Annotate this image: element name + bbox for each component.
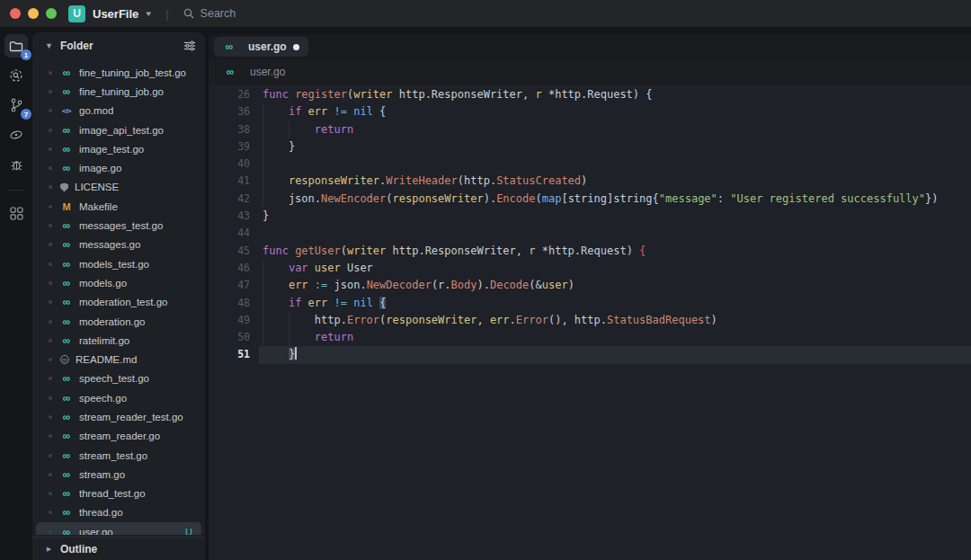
file-row[interactable]: ∞thread_test.go [36,484,201,503]
code-line[interactable]: 48 if err != nil { [209,295,971,312]
code-token: nil [353,297,373,309]
code-line[interactable]: 43} [209,208,971,225]
indent-guide [263,295,263,312]
code-token: map [542,192,562,205]
line-content[interactable]: if err != nil { [263,103,971,120]
line-number[interactable]: 49 [209,312,250,329]
code-line[interactable]: 26func register(writer http.ResponseWrit… [209,86,971,103]
line-content[interactable]: json.NewEncoder(responseWriter).Encode(m… [263,191,971,208]
code-editor[interactable]: 26func register(writer http.ResponseWrit… [209,84,971,560]
line-number[interactable]: 44 [209,225,250,242]
line-number[interactable]: 26 [209,86,250,103]
file-row[interactable]: ∞moderation.go [36,312,201,331]
line-content[interactable]: err := json.NewDecoder(r.Body).Decode(&u… [263,277,971,294]
line-number[interactable]: 41 [209,173,250,190]
global-search[interactable]: Search [183,7,236,20]
line-content[interactable]: } [263,138,971,156]
file-row[interactable]: ∞thread.go [36,503,201,522]
code-line[interactable]: 45func getUser(writer http.ResponseWrite… [209,243,971,260]
debug-panel-button[interactable] [4,153,28,176]
code-line[interactable]: 39 } [209,138,971,156]
file-row[interactable]: ∞moderation_test.go [36,293,201,312]
file-row[interactable]: ∞image_api_test.go [36,120,201,139]
file-row[interactable]: ∞user.goU [36,522,201,535]
line-content[interactable]: } [259,346,971,363]
modified-dot-icon[interactable] [293,44,299,50]
line-number[interactable]: 50 [209,329,250,346]
line-number[interactable]: 48 [209,295,250,312]
file-row[interactable]: ∞speech.go [36,388,201,407]
line-content[interactable]: http.Error(responseWriter, err.Error(), … [263,312,971,329]
line-number[interactable]: 47 [209,277,250,294]
line-number[interactable]: 38 [209,121,250,138]
file-row[interactable]: ∞stream_test.go [36,446,201,465]
close-window-button[interactable] [10,8,21,19]
code-line[interactable]: 42 json.NewEncoder(responseWriter).Encod… [209,191,971,208]
file-row[interactable]: ∞fine_tuning_job.go [36,82,201,101]
extensions-panel-button[interactable] [4,201,28,225]
file-row[interactable]: LICENSE [36,178,201,197]
file-row[interactable]: MMakefile [36,197,201,216]
file-row[interactable]: ∞ratelimit.go [36,331,201,350]
outline-section[interactable]: ▼ Outline [32,537,205,560]
file-row[interactable]: mREADME.md [36,350,201,369]
git-panel-button[interactable]: 7 [4,93,28,117]
search-panel-button[interactable] [4,64,28,87]
tab-user-go[interactable]: ∞ user.go [214,37,308,57]
file-row[interactable]: ∞speech_test.go [36,369,201,388]
code-line[interactable]: 50 return [209,329,971,346]
line-number[interactable]: 45 [209,243,250,260]
file-row[interactable]: ∞messages.go [36,236,201,254]
line-content[interactable] [263,225,971,242]
code-line[interactable]: 41 responseWriter.WriteHeader(http.Statu… [209,173,971,190]
line-number[interactable]: 36 [209,103,250,120]
chevron-down-icon[interactable]: ▼ [45,41,53,50]
code-line[interactable]: 40 [209,156,971,173]
file-row[interactable]: ∞messages_test.go [36,216,201,235]
file-row[interactable]: ∞image_test.go [36,139,201,158]
line-content[interactable]: func getUser(writer http.ResponseWriter,… [263,243,971,260]
line-number[interactable]: 51 [209,346,250,363]
git-status-badge: U [185,527,192,535]
review-panel-button[interactable] [4,123,28,147]
code-token: http. [263,314,347,326]
file-row[interactable]: ∞models_test.go [36,254,201,273]
code-line[interactable]: 47 err := json.NewDecoder(r.Body).Decode… [209,277,971,294]
file-row[interactable]: </>go.mod [36,102,201,120]
line-number[interactable]: 39 [209,138,250,156]
file-row[interactable]: ∞fine_tuning_job_test.go [36,63,201,82]
line-number[interactable]: 43 [209,208,250,225]
line-content[interactable]: } [263,208,971,225]
zoom-window-button[interactable] [46,8,57,19]
line-number[interactable]: 42 [209,191,250,208]
code-line[interactable]: 36 if err != nil { [209,103,971,120]
code-line[interactable]: 46 var user User [209,260,971,277]
line-content[interactable]: responseWriter.WriteHeader(http.StatusCr… [263,173,971,190]
file-row[interactable]: ∞image.go [36,158,201,177]
line-number[interactable]: 46 [209,260,250,277]
go-file-icon: ∞ [60,393,73,404]
line-content[interactable] [263,156,971,173]
line-content[interactable]: func register(writer http.ResponseWriter… [263,86,971,103]
file-row[interactable]: ∞stream.go [36,465,201,484]
code-line[interactable]: 49 http.Error(responseWriter, err.Error(… [209,312,971,329]
file-row[interactable]: ∞models.go [36,273,201,292]
code-line[interactable]: 38 return [209,121,971,138]
line-number[interactable]: 40 [209,156,250,173]
file-row[interactable]: ∞stream_reader_test.go [36,407,201,426]
code-line[interactable]: 44 [209,225,971,242]
filter-icon[interactable] [183,40,196,51]
minimize-window-button[interactable] [28,8,39,19]
chevron-down-icon[interactable]: ▼ [144,10,153,18]
line-content[interactable]: if err != nil { [263,295,971,312]
titlebar: U UserFile ▼ | Search [0,0,971,27]
breadcrumb[interactable]: ∞ user.go [209,59,971,84]
line-content[interactable]: var user User [263,260,971,277]
line-content[interactable]: return [263,329,971,346]
code-line[interactable]: 51 } [209,346,971,363]
file-row[interactable]: ∞stream_reader.go [36,427,201,446]
files-panel-button[interactable]: 1 [4,34,28,58]
line-content[interactable]: return [263,121,971,138]
project-panel-header[interactable]: ▼ Folder [32,32,205,59]
project-title[interactable]: UserFile [93,7,138,21]
